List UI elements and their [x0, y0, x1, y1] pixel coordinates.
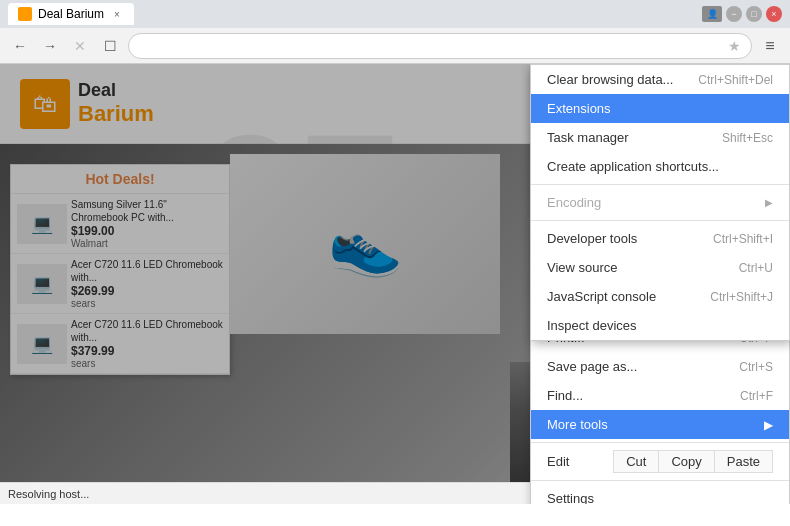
address-bar[interactable]: ★: [128, 33, 752, 59]
edit-label: Edit: [547, 454, 613, 469]
menu-find-shortcut: Ctrl+F: [740, 389, 773, 403]
menu-settings-label: Settings: [547, 491, 773, 504]
menu-more-tools[interactable]: More tools ▶: [531, 410, 789, 439]
menu-divider-4: [531, 442, 789, 443]
copy-button[interactable]: Copy: [659, 450, 714, 473]
submenu-create-shortcuts[interactable]: Create application shortcuts...: [531, 152, 789, 181]
tab-title: Deal Barium: [38, 7, 104, 21]
submenu-extensions-label: Extensions: [547, 101, 773, 116]
forward-button[interactable]: →: [38, 34, 62, 58]
close-button[interactable]: ×: [766, 6, 782, 22]
tab-close-button[interactable]: ×: [110, 7, 124, 21]
submenu-view-source[interactable]: View source Ctrl+U: [531, 253, 789, 282]
submenu-task-manager[interactable]: Task manager Shift+Esc: [531, 123, 789, 152]
back-button[interactable]: ←: [8, 34, 32, 58]
minimize-button[interactable]: −: [726, 6, 742, 22]
submenu-javascript-console-label: JavaScript console: [547, 289, 710, 304]
submenu-extensions[interactable]: Extensions: [531, 94, 789, 123]
submenu-javascript-console[interactable]: JavaScript console Ctrl+Shift+J: [531, 282, 789, 311]
menu-divider-5: [531, 480, 789, 481]
menu-find-label: Find...: [547, 388, 740, 403]
content-area: 🛍 Deal Barium 07 Hot Deals! 💻 Samsung Si…: [0, 64, 790, 504]
window-controls: 👤 − □ ×: [702, 6, 782, 22]
submenu-task-manager-shortcut: Shift+Esc: [722, 131, 773, 145]
submenu-javascript-console-shortcut: Ctrl+Shift+J: [710, 290, 773, 304]
title-bar: Deal Barium × 👤 − □ ×: [0, 0, 790, 28]
maximize-button[interactable]: □: [746, 6, 762, 22]
submenu-clear-browsing-label: Clear browsing data...: [547, 72, 698, 87]
menus-container: Clear browsing data... Ctrl+Shift+Del Ex…: [530, 64, 790, 341]
profile-button[interactable]: 👤: [702, 6, 722, 22]
submenu-view-source-shortcut: Ctrl+U: [739, 261, 773, 275]
submenu-developer-tools[interactable]: Developer tools Ctrl+Shift+I: [531, 224, 789, 253]
page-button[interactable]: ☐: [98, 34, 122, 58]
menu-more-tools-label: More tools: [547, 417, 760, 432]
submenu-encoding: Encoding ▶: [531, 188, 789, 217]
menu-settings[interactable]: Settings: [531, 484, 789, 504]
menu-save-page[interactable]: Save page as... Ctrl+S: [531, 352, 789, 381]
bookmark-star-icon[interactable]: ★: [728, 38, 741, 54]
menu-save-page-shortcut: Ctrl+S: [739, 360, 773, 374]
submenu-clear-browsing-shortcut: Ctrl+Shift+Del: [698, 73, 773, 87]
more-tools-submenu: Clear browsing data... Ctrl+Shift+Del Ex…: [530, 64, 790, 341]
tab-favicon: [18, 7, 32, 21]
nav-bar: ← → ✕ ☐ ★ ≡: [0, 28, 790, 64]
submenu-encoding-label: Encoding: [547, 195, 761, 210]
submenu-divider-2: [531, 220, 789, 221]
submenu-create-shortcuts-label: Create application shortcuts...: [547, 159, 773, 174]
reload-button[interactable]: ✕: [68, 34, 92, 58]
submenu-divider-1: [531, 184, 789, 185]
submenu-task-manager-label: Task manager: [547, 130, 722, 145]
submenu-inspect-devices-label: Inspect devices: [547, 318, 773, 333]
chrome-menu-button[interactable]: ≡: [758, 34, 782, 58]
cut-button[interactable]: Cut: [613, 450, 659, 473]
submenu-view-source-label: View source: [547, 260, 739, 275]
browser-tab[interactable]: Deal Barium ×: [8, 3, 134, 25]
menu-find[interactable]: Find... Ctrl+F: [531, 381, 789, 410]
menu-save-page-label: Save page as...: [547, 359, 739, 374]
submenu-inspect-devices[interactable]: Inspect devices: [531, 311, 789, 340]
edit-row: Edit Cut Copy Paste: [531, 446, 789, 477]
paste-button[interactable]: Paste: [715, 450, 773, 473]
submenu-developer-tools-shortcut: Ctrl+Shift+I: [713, 232, 773, 246]
submenu-clear-browsing[interactable]: Clear browsing data... Ctrl+Shift+Del: [531, 65, 789, 94]
status-text: Resolving host...: [8, 488, 89, 500]
submenu-developer-tools-label: Developer tools: [547, 231, 713, 246]
more-tools-arrow-icon: ▶: [764, 418, 773, 432]
